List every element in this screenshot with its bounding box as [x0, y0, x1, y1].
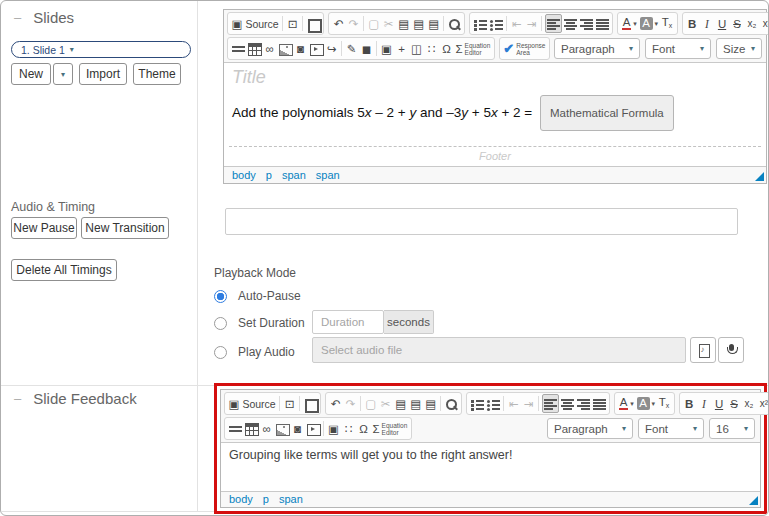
- path-item[interactable]: span: [279, 493, 303, 505]
- widget-icon[interactable]: ▣: [327, 419, 341, 438]
- size-dropdown[interactable]: 16: [709, 418, 755, 439]
- resize-handle[interactable]: [755, 172, 764, 181]
- move-icon[interactable]: +: [395, 39, 409, 58]
- outdent-icon[interactable]: ⇤: [510, 14, 524, 33]
- hr-icon[interactable]: [231, 39, 246, 58]
- remove-format-icon[interactable]: T: [657, 394, 671, 413]
- align-center-icon[interactable]: [560, 394, 575, 413]
- image-icon[interactable]: [278, 39, 293, 58]
- new-slide-button[interactable]: New: [11, 63, 51, 85]
- slide-selector[interactable]: 1. Slide 1: [11, 41, 191, 58]
- paste-from-word-icon[interactable]: ▤: [424, 394, 438, 413]
- superscript-button[interactable]: x²: [757, 394, 769, 413]
- paragraph-dropdown[interactable]: Paragraph: [554, 38, 640, 59]
- font-dropdown[interactable]: Font: [645, 38, 711, 59]
- undo-icon[interactable]: ↶: [329, 394, 343, 413]
- record-audio-button[interactable]: [718, 337, 744, 363]
- equation-editor-button[interactable]: ΣEquation Editor: [455, 39, 492, 58]
- import-button[interactable]: Import: [79, 63, 127, 85]
- subscript-button[interactable]: x₂: [745, 14, 759, 33]
- duration-input[interactable]: [312, 310, 384, 334]
- find-icon[interactable]: [447, 14, 462, 33]
- strike-button[interactable]: S: [730, 14, 744, 33]
- find-icon[interactable]: [444, 394, 459, 413]
- bg-color-button[interactable]: A▾: [636, 394, 656, 413]
- feedback-editor-content[interactable]: Grouping like terms will get you to the …: [221, 443, 760, 491]
- book-icon[interactable]: ◼: [360, 39, 374, 58]
- new-page-icon[interactable]: ▢: [364, 394, 378, 413]
- image-icon[interactable]: [275, 419, 290, 438]
- paragraph-dropdown[interactable]: Paragraph: [547, 418, 633, 439]
- equation-editor-button[interactable]: ΣEquation Editor: [372, 419, 409, 438]
- hr-icon[interactable]: [228, 419, 243, 438]
- remove-format-icon[interactable]: T: [660, 14, 674, 33]
- source-button[interactable]: ▣Source: [231, 14, 280, 33]
- bold-button[interactable]: B: [682, 394, 696, 413]
- table-icon[interactable]: [244, 419, 259, 438]
- media-icon[interactable]: ◙: [294, 39, 308, 58]
- new-slide-menu-button[interactable]: [53, 63, 73, 85]
- columns-icon[interactable]: ◫: [410, 39, 424, 58]
- bulleted-list-icon[interactable]: [489, 14, 504, 33]
- outdent-icon[interactable]: ⇤: [507, 394, 521, 413]
- path-item[interactable]: span: [282, 169, 306, 181]
- undo-icon[interactable]: ↶: [332, 14, 346, 33]
- link-icon[interactable]: ∞: [260, 419, 274, 438]
- align-justify-icon[interactable]: [592, 394, 607, 413]
- superscript-button[interactable]: x²: [760, 14, 769, 33]
- strike-button[interactable]: S: [727, 394, 741, 413]
- cut-icon[interactable]: ✂: [379, 394, 393, 413]
- source-button[interactable]: ▣Source: [228, 394, 277, 413]
- dots-icon[interactable]: ∷: [342, 419, 356, 438]
- path-item[interactable]: body: [229, 493, 253, 505]
- theme-button[interactable]: Theme: [133, 63, 181, 85]
- new-transition-button[interactable]: New Transition: [81, 217, 169, 239]
- align-right-icon[interactable]: [579, 14, 594, 33]
- collapse-icon[interactable]: [14, 10, 21, 25]
- video-icon[interactable]: [309, 39, 324, 58]
- maximize-icon[interactable]: [303, 394, 318, 413]
- align-left-icon[interactable]: [545, 14, 562, 33]
- set-duration-radio[interactable]: [214, 317, 227, 330]
- path-item[interactable]: span: [316, 169, 340, 181]
- path-item[interactable]: p: [263, 493, 269, 505]
- redo-icon[interactable]: ↷: [347, 14, 361, 33]
- omega-icon[interactable]: Ω: [357, 419, 371, 438]
- align-left-icon[interactable]: [542, 394, 559, 413]
- path-item[interactable]: body: [232, 169, 256, 181]
- text-color-button[interactable]: A▾: [621, 14, 638, 33]
- widget-icon[interactable]: ▣: [380, 39, 394, 58]
- delete-all-timings-button[interactable]: Delete All Timings: [11, 259, 117, 281]
- maximize-icon[interactable]: [306, 14, 321, 33]
- align-justify-icon[interactable]: [595, 14, 610, 33]
- resize-handle[interactable]: [749, 496, 758, 505]
- align-right-icon[interactable]: [576, 394, 591, 413]
- numbered-list-icon[interactable]: [473, 14, 488, 33]
- redo-icon[interactable]: ↷: [344, 394, 358, 413]
- indent-icon[interactable]: ⇥: [522, 394, 536, 413]
- path-item[interactable]: p: [266, 169, 272, 181]
- browse-audio-file-button[interactable]: [690, 337, 716, 363]
- italic-button[interactable]: I: [700, 14, 714, 33]
- templates-icon[interactable]: ⊡: [283, 394, 297, 413]
- slide-text-input[interactable]: [225, 208, 738, 235]
- video-icon[interactable]: [306, 419, 321, 438]
- collapse-icon[interactable]: [14, 391, 21, 406]
- font-dropdown[interactable]: Font: [638, 418, 704, 439]
- play-audio-radio[interactable]: [214, 346, 227, 359]
- response-area-button[interactable]: ✔Response Area: [502, 39, 546, 58]
- text-color-button[interactable]: A▾: [618, 394, 635, 413]
- main-editor-content[interactable]: Title Add the polynomials 5x – 2 + y and…: [224, 63, 766, 146]
- cut-icon[interactable]: ✂: [382, 14, 396, 33]
- auto-pause-radio[interactable]: [214, 290, 227, 303]
- paste-from-word-icon[interactable]: ▤: [427, 14, 441, 33]
- new-pause-button[interactable]: New Pause: [11, 217, 77, 239]
- italic-button[interactable]: I: [697, 394, 711, 413]
- paste-plain-text-icon[interactable]: ▤: [412, 14, 426, 33]
- embed-icon[interactable]: ↪: [325, 39, 339, 58]
- underline-button[interactable]: U: [715, 14, 729, 33]
- bulleted-list-icon[interactable]: [486, 394, 501, 413]
- table-icon[interactable]: [247, 39, 262, 58]
- size-dropdown[interactable]: Size: [716, 38, 762, 59]
- bg-color-button[interactable]: A▾: [639, 14, 659, 33]
